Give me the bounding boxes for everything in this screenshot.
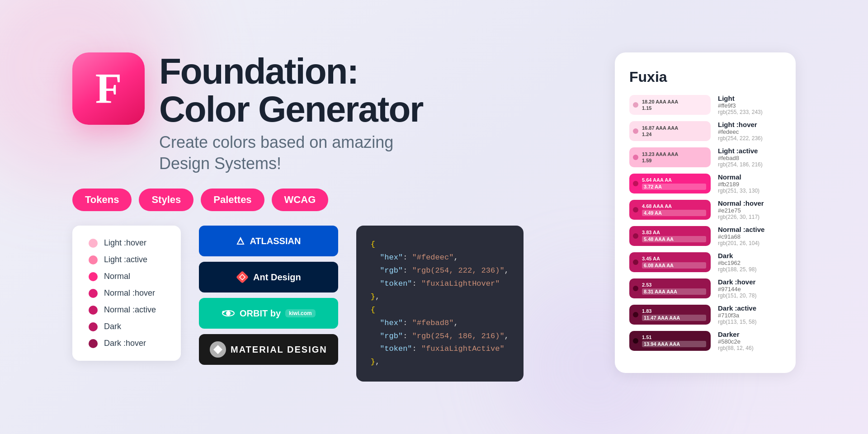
swatch-dot-normal-active (633, 233, 638, 239)
color-row-dark-active: 1.83 11.47 AAA AAA Dark :active #710f3a … (629, 304, 781, 325)
legend-label-normal: Normal (104, 272, 130, 281)
swatch-dot-dark-active (633, 312, 638, 317)
swatch-score-normal: 5.64 AAA AA (642, 177, 706, 183)
swatch-badge-normal-hover: 4.49 AA (642, 210, 706, 216)
swatch-badge-dark-hover: 8.31 AAA AAA (642, 288, 706, 295)
legend-dot-normal-hover (89, 289, 98, 298)
swatch-container-normal-hover: 4.68 AAA AA 4.49 AA (629, 200, 711, 220)
ds-item-orbit[interactable]: ORBIT by kiwi.com (199, 298, 338, 329)
swatch-score-darker: 1.51 (642, 335, 706, 340)
color-name-light: Light (718, 94, 781, 102)
legend-dot-normal-active (89, 306, 98, 315)
color-info-dark-active: Dark :active #710f3a rgb(113, 15, 58) (718, 304, 781, 325)
color-swatch-dark-active: 1.83 11.47 AAA AAA (629, 305, 711, 325)
color-swatch-normal-active: 3.83 AA 5.48 AAA AA (629, 226, 711, 246)
legend-label-normal-active: Normal :active (104, 305, 156, 315)
color-hex-normal-active: #c91a68 (718, 233, 781, 240)
color-info-normal-active: Normal :active #c91a68 rgb(201, 26, 104) (718, 226, 781, 246)
hero-title-line2: Color Generator (159, 89, 423, 129)
legend-dot-dark (89, 322, 98, 331)
color-swatch-normal-hover: 4.68 AAA AA 4.49 AA (629, 200, 711, 220)
swatch-score-normal-hover: 4.68 AAA AA (642, 203, 706, 209)
swatch-badge-light-hover: 1.24 (642, 132, 706, 137)
color-hex-normal-hover: #e21e75 (718, 207, 781, 214)
swatch-score-dark-hover: 2.53 (642, 282, 706, 288)
legend-label-dark: Dark (104, 322, 121, 331)
swatch-dot-dark (633, 259, 638, 265)
legend-item-dark: Dark (89, 322, 165, 331)
tag-tokens[interactable]: Tokens (72, 189, 132, 211)
color-hex-darker: #580c2e (718, 338, 781, 345)
atlassian-label: ATLASSIAN (250, 236, 301, 246)
color-row-light: 18.20 AAA AAA 1.15 Light #ffe9f3 rgb(255… (629, 94, 781, 115)
color-rgb-dark-hover: rgb(151, 20, 78) (718, 292, 781, 299)
color-info-dark-hover: Dark :hover #97144e rgb(151, 20, 78) (718, 278, 781, 299)
legend-label-normal-hover: Normal :hover (104, 288, 155, 298)
color-swatch-light-hover: 16.87 AAA AAA 1.24 (629, 121, 711, 141)
swatch-score-dark-active: 1.83 (642, 308, 706, 314)
color-swatch-light: 18.20 AAA AAA 1.15 (629, 95, 711, 115)
color-hex-dark: #bc1962 (718, 259, 781, 266)
app-icon: F (72, 52, 145, 125)
color-info-normal: Normal #fb2189 rgb(251, 33, 130) (718, 173, 781, 194)
color-info-dark: Dark #bc1962 rgb(188, 25, 98) (718, 252, 781, 273)
swatch-container-light-hover: 16.87 AAA AAA 1.24 (629, 121, 711, 141)
swatch-container-normal: 5.64 AAA AA 3.72 AA (629, 174, 711, 193)
legend-item-light-hover: Light :hover (89, 238, 165, 248)
ds-item-atlassian[interactable]: ATLASSIAN (199, 226, 338, 256)
color-name-dark-hover: Dark :hover (718, 278, 781, 286)
swatch-dot-dark-hover (633, 286, 638, 291)
swatch-score-normal-active: 3.83 AA (642, 230, 706, 235)
color-swatch-darker: 1.51 13.94 AAA AAA (629, 331, 711, 351)
color-row-light-active: 13.23 AAA AAA 1.59 Light :active #febad8… (629, 147, 781, 168)
color-name-dark-active: Dark :active (718, 304, 781, 312)
color-hex-normal: #fb2189 (718, 181, 781, 188)
swatch-container-dark: 3.45 AA 6.08 AAA AA (629, 252, 711, 272)
color-rgb-light: rgb(255, 233, 243) (718, 109, 781, 115)
swatch-container-dark-active: 1.83 11.47 AAA AAA (629, 305, 711, 325)
swatch-score-light: 18.20 AAA AAA (642, 99, 706, 104)
code-card: { "hex": "#fedeec", "rgb": "rgb(254, 222… (356, 226, 524, 382)
swatch-badge-normal: 3.72 AA (642, 184, 706, 190)
legend-item-normal-active: Normal :active (89, 305, 165, 315)
swatch-container-darker: 1.51 13.94 AAA AAA (629, 331, 711, 351)
swatch-container-light-active: 13.23 AAA AAA 1.59 (629, 147, 711, 167)
color-rgb-dark-active: rgb(113, 15, 58) (718, 319, 781, 325)
color-info-light: Light #ffe9f3 rgb(255, 233, 243) (718, 94, 781, 115)
orbit-label: ORBIT by (240, 308, 281, 319)
hero-text: Foundation: Color Generator Create color… (159, 52, 430, 175)
color-row-darker: 1.51 13.94 AAA AAA Darker #580c2e rgb(88… (629, 330, 781, 351)
svg-point-3 (222, 311, 224, 313)
atlassian-icon (236, 236, 245, 245)
color-hex-light-hover: #fedeec (718, 128, 781, 135)
tag-palettes[interactable]: Palettes (201, 189, 264, 211)
color-row-normal-hover: 4.68 AAA AA 4.49 AA Normal :hover #e21e7… (629, 199, 781, 220)
legend-label-light-hover: Light :hover (104, 238, 146, 248)
color-info-darker: Darker #580c2e rgb(88, 12, 46) (718, 330, 781, 351)
color-row-normal-active: 3.83 AA 5.48 AAA AA Normal :active #c91a… (629, 226, 781, 246)
svg-rect-0 (236, 271, 249, 283)
color-swatch-light-active: 13.23 AAA AAA 1.59 (629, 147, 711, 167)
bottom-section: Light :hover Light :active Normal Normal… (72, 226, 597, 382)
legend-dot-dark-hover (89, 339, 98, 348)
color-name-darker: Darker (718, 330, 781, 338)
legend-dot-light-active (89, 255, 98, 264)
hero-title: Foundation: Color Generator (159, 52, 430, 128)
swatch-dot-darker (633, 338, 638, 344)
swatch-score-light-hover: 16.87 AAA AAA (642, 125, 706, 131)
ds-item-ant[interactable]: Ant Design (199, 262, 338, 292)
legend-item-normal: Normal (89, 272, 165, 281)
ds-item-material[interactable]: MATERIAL DESIGN (199, 334, 338, 365)
design-systems-list: ATLASSIAN Ant Design (199, 226, 338, 365)
legend-dot-normal (89, 272, 98, 281)
color-info-light-active: Light :active #febad8 rgb(254, 186, 216) (718, 147, 781, 168)
color-swatch-dark-hover: 2.53 8.31 AAA AAA (629, 278, 711, 298)
color-name-dark: Dark (718, 252, 781, 259)
swatch-badge-normal-active: 5.48 AAA AA (642, 236, 706, 242)
app-icon-letter: F (95, 67, 122, 110)
hero-section: F Foundation: Color Generator Create col… (72, 52, 597, 175)
color-rgb-light-active: rgb(254, 186, 216) (718, 161, 781, 168)
tag-styles[interactable]: Styles (139, 189, 193, 211)
svg-point-1 (226, 311, 231, 316)
tag-wcag[interactable]: WCAG (272, 189, 329, 211)
